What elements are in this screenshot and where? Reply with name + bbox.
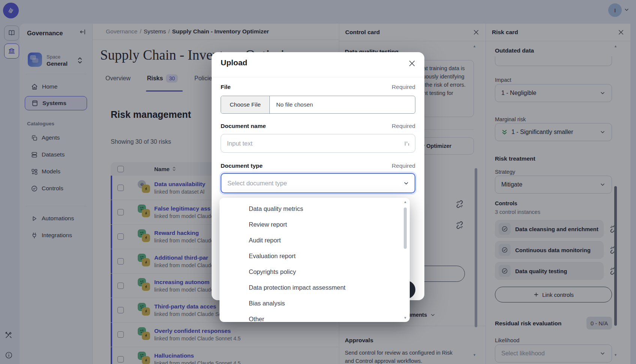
chevron-down-icon [403,180,409,187]
dropdown-option[interactable]: Review report [220,217,410,232]
document-name-placeholder: Input text [227,140,404,147]
dropdown-option[interactable]: Data protection impact assessment [220,280,410,295]
required-badge: Required [392,123,415,129]
file-label: File [221,84,231,90]
doc-type-label-row: Document type Required [221,162,415,169]
document-type-dropdown: Data quality metrics Review report Audit… [220,198,410,322]
document-type-select[interactable]: Select document type [221,173,415,193]
dropdown-option[interactable]: Audit report [220,232,410,248]
file-input[interactable]: Choose File No file chosen [221,96,415,114]
dropdown-option[interactable]: Evaluation report [220,248,410,264]
app-root: I Governance Space General Home Systems … [0,0,636,364]
required-badge: Required [392,162,415,169]
doc-name-label-row: Document name Required [221,123,415,129]
file-status: No file chosen [270,96,313,113]
dropdown-option[interactable]: Data quality metrics [220,201,410,217]
scrollbar-thumb[interactable] [404,208,407,249]
dropdown-options: Data quality metrics Review report Audit… [220,198,410,322]
document-name-input[interactable]: Input text [221,134,415,153]
required-badge: Required [392,84,415,90]
document-type-placeholder: Select document type [227,180,403,187]
dropdown-option[interactable]: Bias analysis [220,295,410,311]
close-icon[interactable] [408,59,416,68]
text-format-icon [404,141,410,146]
dropdown-option[interactable]: Copyrights policy [220,264,410,280]
document-name-label: Document name [221,123,266,129]
dropdown-option[interactable]: Other [220,311,410,322]
modal-title: Upload [221,58,247,67]
scroll-up-icon[interactable]: ▲ [404,200,407,204]
document-type-label: Document type [221,162,263,169]
choose-file-button[interactable]: Choose File [221,96,270,113]
dropdown-scrollbar[interactable]: ▲ ▼ [403,200,407,320]
file-label-row: File Required [221,84,415,90]
scroll-down-icon[interactable]: ▼ [404,316,407,320]
divider [212,77,424,77]
